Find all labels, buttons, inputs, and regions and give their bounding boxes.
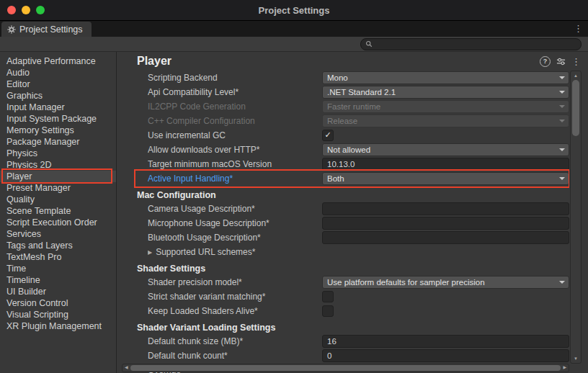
setting-label-target-minimum-macos-version: Target minimum macOS Version bbox=[148, 159, 322, 169]
sidebar-item-timeline[interactable]: Timeline bbox=[0, 274, 116, 286]
camera-usage-description-field[interactable] bbox=[322, 202, 569, 215]
setting-row-active-input-handling: Active Input Handling*Both bbox=[122, 171, 569, 186]
help-icon[interactable]: ? bbox=[540, 56, 551, 67]
dropdown-value: .NET Standard 2.1 bbox=[327, 88, 396, 96]
horizontal-scroll-thumb[interactable] bbox=[130, 365, 561, 371]
scroll-down-icon[interactable]: ▼ bbox=[571, 356, 581, 361]
sidebar-item-input-manager[interactable]: Input Manager bbox=[0, 102, 116, 113]
horizontal-scrollbar[interactable]: ◀ ▶ bbox=[122, 364, 569, 372]
strict-shader-variant-matching-checkbox[interactable] bbox=[322, 291, 334, 302]
sidebar-item-player[interactable]: Player bbox=[0, 171, 116, 182]
sidebar-item-visual-scripting[interactable]: Visual Scripting bbox=[0, 309, 116, 320]
sidebar-item-physics-2d[interactable]: Physics 2D bbox=[0, 159, 116, 171]
sidebar-item-services[interactable]: Services bbox=[0, 228, 116, 240]
preset-sliders-icon[interactable] bbox=[556, 57, 566, 66]
scripting-backend-dropdown[interactable]: Mono bbox=[322, 71, 569, 84]
main-panel: Player ? ⋮ Scripting BackendMonoApi Comp bbox=[117, 52, 588, 373]
sidebar-item-editor[interactable]: Editor bbox=[0, 78, 116, 90]
chevron-down-icon bbox=[559, 105, 565, 108]
scroll-up-icon[interactable]: ▲ bbox=[571, 73, 581, 78]
sidebar-item-graphics[interactable]: Graphics bbox=[0, 90, 116, 102]
setting-row-c-compiler-configuration: C++ Compiler ConfigurationRelease bbox=[122, 114, 569, 128]
setting-row-api-compatibility-level: Api Compatibility Level*.NET Standard 2.… bbox=[122, 85, 569, 99]
target-minimum-macos-version-field[interactable]: 10.13.0 bbox=[322, 158, 569, 171]
scroll-left-icon[interactable]: ◀ bbox=[125, 364, 128, 370]
setting-row-allow-downloads-over-http: Allow downloads over HTTP*Not allowed bbox=[122, 143, 569, 157]
chevron-down-icon bbox=[559, 120, 565, 122]
sidebar-item-xr-plugin-management[interactable]: XR Plugin Management bbox=[0, 320, 116, 332]
more-menu-icon[interactable]: ⋮ bbox=[571, 56, 581, 67]
chevron-down-icon bbox=[559, 281, 565, 284]
sidebar-item-version-control[interactable]: Version Control bbox=[0, 297, 116, 309]
settings-list: Scripting BackendMonoApi Compatibility L… bbox=[122, 71, 569, 373]
microphone-usage-description-field[interactable] bbox=[322, 217, 569, 230]
minimize-button[interactable] bbox=[22, 6, 30, 14]
sidebar-item-physics[interactable]: Physics bbox=[0, 148, 116, 159]
sidebar-item-textmesh-pro[interactable]: TextMesh Pro bbox=[0, 251, 116, 263]
search-box[interactable] bbox=[360, 38, 582, 50]
allow-downloads-over-http-dropdown[interactable]: Not allowed bbox=[322, 143, 569, 156]
dropdown-value: Faster runtime bbox=[327, 102, 380, 111]
sidebar-item-time[interactable]: Time bbox=[0, 263, 116, 274]
setting-row-shader-precision-model: Shader precision model*Use platform defa… bbox=[122, 275, 569, 289]
zoom-button[interactable] bbox=[36, 6, 45, 14]
sidebar-item-audio[interactable]: Audio bbox=[0, 67, 116, 78]
tab-project-settings[interactable]: Project Settings bbox=[1, 22, 92, 37]
setting-label-keep-loaded-shaders-alive: Keep Loaded Shaders Alive* bbox=[148, 306, 322, 316]
sidebar-item-package-manager[interactable]: Package Manager bbox=[0, 136, 116, 148]
scroll-right-icon[interactable]: ▶ bbox=[563, 364, 566, 370]
foldout-arrow-icon[interactable]: ▶ bbox=[148, 249, 152, 256]
keep-loaded-shaders-alive-checkbox[interactable] bbox=[322, 305, 334, 317]
api-compatibility-level-dropdown[interactable]: .NET Standard 2.1 bbox=[322, 86, 569, 99]
setting-label-scripting-backend: Scripting Backend bbox=[148, 73, 322, 83]
page-title: Player bbox=[137, 55, 540, 68]
default-chunk-count-field[interactable]: 0 bbox=[322, 349, 569, 362]
search-icon bbox=[365, 40, 373, 48]
setting-row-default-chunk-count: Default chunk count*0 bbox=[122, 349, 569, 363]
sidebar-item-ui-builder[interactable]: UI Builder bbox=[0, 286, 116, 297]
active-input-handling-dropdown[interactable]: Both bbox=[322, 172, 569, 185]
setting-row-bluetooth-usage-description: Bluetooth Usage Description* bbox=[122, 230, 569, 245]
dropdown-value: Release bbox=[327, 117, 357, 125]
setting-row-supported-url-schemes: ▶Supported URL schemes* bbox=[122, 245, 569, 259]
setting-row-microphone-usage-description: Microphone Usage Description* bbox=[122, 216, 569, 230]
setting-label-use-incremental-gc: Use incremental GC bbox=[148, 130, 322, 140]
bluetooth-usage-description-field[interactable] bbox=[322, 231, 569, 244]
chevron-down-icon bbox=[559, 91, 565, 94]
gear-icon bbox=[7, 25, 16, 34]
sidebar-item-adaptive-performance[interactable]: Adaptive Performance bbox=[0, 55, 116, 67]
vertical-scroll-thumb[interactable] bbox=[572, 80, 579, 136]
search-input[interactable] bbox=[375, 39, 576, 49]
tab-label: Project Settings bbox=[19, 24, 83, 35]
sidebar-item-tags-and-layers[interactable]: Tags and Layers bbox=[0, 240, 116, 251]
shader-precision-model-dropdown[interactable]: Use platform defaults for sampler precis… bbox=[322, 276, 569, 289]
vertical-scrollbar[interactable]: ▲ ▼ bbox=[570, 71, 582, 364]
tab-menu-button[interactable]: ⋮ bbox=[574, 23, 583, 34]
default-chunk-size-mb-field[interactable]: 16 bbox=[322, 335, 569, 348]
sidebar-item-quality[interactable]: Quality bbox=[0, 194, 116, 205]
sidebar-item-preset-manager[interactable]: Preset Manager bbox=[0, 182, 116, 194]
close-button[interactable] bbox=[7, 6, 16, 14]
sidebar-item-memory-settings[interactable]: Memory Settings bbox=[0, 125, 116, 136]
traffic-lights bbox=[7, 6, 45, 14]
setting-label-active-input-handling: Active Input Handling* bbox=[148, 174, 322, 184]
sidebar-list: Adaptive PerformanceAudioEditorGraphicsI… bbox=[0, 55, 116, 332]
sidebar-item-script-execution-order[interactable]: Script Execution Order bbox=[0, 217, 116, 228]
setting-label-api-compatibility-level: Api Compatibility Level* bbox=[148, 87, 322, 97]
setting-label-allow-downloads-over-http: Allow downloads over HTTP* bbox=[148, 145, 322, 155]
use-incremental-gc-checkbox[interactable]: ✓ bbox=[322, 130, 334, 141]
c-compiler-configuration-dropdown: Release bbox=[322, 114, 569, 127]
setting-label-bluetooth-usage-description: Bluetooth Usage Description* bbox=[148, 233, 322, 243]
chevron-down-icon bbox=[559, 76, 565, 79]
header-actions: ? ⋮ bbox=[540, 56, 581, 67]
window-title: Project Settings bbox=[0, 5, 588, 16]
sidebar-item-scene-template[interactable]: Scene Template bbox=[0, 205, 116, 217]
setting-label-c-compiler-configuration: C++ Compiler Configuration bbox=[148, 116, 322, 126]
sidebar-item-input-system-package[interactable]: Input System Package bbox=[0, 113, 116, 125]
chevron-down-icon bbox=[559, 177, 565, 180]
setting-label-supported-url-schemes[interactable]: ▶Supported URL schemes* bbox=[148, 247, 322, 257]
project-settings-window: Project Settings Project Settings ⋮ bbox=[0, 0, 588, 373]
section-header-mac-configuration: Mac Configuration bbox=[122, 189, 569, 202]
setting-row-camera-usage-description: Camera Usage Description* bbox=[122, 202, 569, 216]
sidebar: Adaptive PerformanceAudioEditorGraphicsI… bbox=[0, 52, 117, 373]
